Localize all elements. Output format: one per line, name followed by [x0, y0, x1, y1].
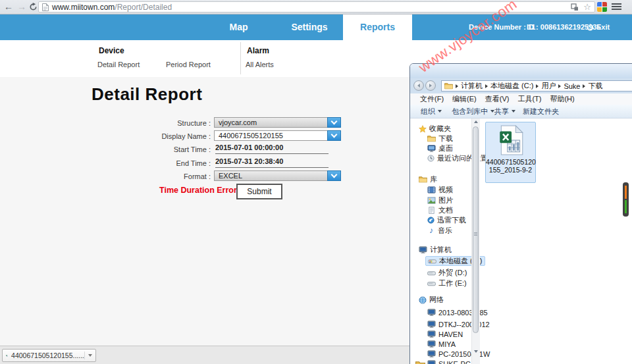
breadcrumb[interactable]: 计算机 本地磁盘 (C:) 用户 Suke 下载: [441, 80, 632, 91]
menu-tools[interactable]: 工具(T): [517, 94, 541, 104]
format-select[interactable]: EXCEL: [214, 170, 341, 181]
sidebar-item-network-pc[interactable]: HAVEN: [427, 329, 463, 339]
forward-icon[interactable]: →: [17, 0, 26, 14]
system-disk-icon: [428, 258, 436, 265]
submenu-divider: [240, 42, 241, 74]
network-icon: [419, 296, 427, 304]
page-action-icon[interactable]: [571, 3, 579, 11]
breadcrumb-users[interactable]: 用户: [541, 81, 556, 91]
display-name-select[interactable]: 4400671505120155: [214, 130, 341, 141]
reload-icon[interactable]: [29, 3, 38, 11]
bookmark-star-icon[interactable]: ☆: [583, 2, 591, 12]
scroll-up-icon[interactable]: [474, 120, 478, 123]
structure-select[interactable]: vjoycar.com: [214, 117, 341, 128]
sidebar-group-favorites[interactable]: 收藏夹: [419, 124, 451, 134]
disk-icon: [427, 270, 436, 276]
sidebar-item-pictures[interactable]: 图片: [427, 195, 453, 205]
scroll-down-icon[interactable]: [474, 350, 478, 353]
sidebar-item-videos[interactable]: 视频: [427, 185, 453, 195]
breadcrumb-computer[interactable]: 计算机: [461, 81, 483, 91]
new-folder-button[interactable]: 新建文件夹: [523, 105, 559, 118]
document-icon: [427, 207, 436, 214]
include-in-library-button[interactable]: 包含到库中: [452, 105, 494, 118]
sidebar-item-thunder-downloads[interactable]: 迅雷下载: [427, 215, 466, 225]
music-icon: ♪: [427, 227, 435, 234]
download-item-label: 4400671505120155......: [11, 351, 84, 359]
url-domain: www.miitown.com: [52, 3, 115, 12]
extension-icon[interactable]: [597, 2, 607, 12]
sidebar-item-documents[interactable]: 文档: [427, 205, 453, 215]
menu-view[interactable]: 查看(V): [485, 94, 510, 104]
breadcrumb-downloads[interactable]: 下载: [588, 81, 602, 91]
breadcrumb-disk-c[interactable]: 本地磁盘 (C:): [490, 81, 533, 91]
download-item[interactable]: 4400671505120155......: [2, 349, 96, 362]
sidebar-item-network-pc[interactable]: DTKJ--2007012: [427, 319, 490, 329]
share-button[interactable]: 共享: [494, 105, 515, 118]
submenu-detail-report[interactable]: Detail Report: [97, 61, 140, 68]
start-time-input[interactable]: 2015-07-01 00:00:00: [215, 143, 329, 154]
submenu-all-alerts[interactable]: All Alerts: [246, 61, 274, 68]
menu-edit[interactable]: 编辑(E): [452, 94, 477, 104]
screenshot-root: ← → www.miitown.com/Report/Detailed ☆ Ma…: [0, 0, 632, 364]
browser-toolbar: ← → www.miitown.com/Report/Detailed ☆: [0, 0, 632, 14]
chevron-down-icon: [331, 132, 338, 138]
sidebar-group-network[interactable]: 网络: [419, 295, 444, 305]
scrollbar-thumb[interactable]: [473, 126, 479, 333]
sidebar-item-network-pc[interactable]: MIYA: [427, 339, 456, 349]
explorer-title-bar[interactable]: [410, 64, 632, 78]
sidebar-scrollbar[interactable]: [471, 118, 480, 364]
structure-value: vjoycar.com: [219, 118, 257, 126]
back-icon[interactable]: ←: [4, 0, 13, 14]
sidebar-group-libraries[interactable]: 库: [419, 174, 437, 184]
explorer-address-row: 计算机 本地磁盘 (C:) 用户 Suke 下载: [410, 78, 632, 93]
scroll-indicator[interactable]: [623, 182, 629, 217]
arrow-right-icon: [429, 84, 432, 88]
download-item-menu[interactable]: [84, 351, 92, 359]
folder-icon: [427, 135, 436, 142]
time-duration-error: Time Duration Error: [159, 186, 237, 195]
end-time-label: End Time :: [99, 159, 211, 167]
disk-icon: [427, 280, 436, 287]
sidebar-item-desktop[interactable]: 桌面: [427, 143, 453, 153]
display-name-dropdown-button[interactable]: [327, 130, 341, 141]
sidebar-item-downloads[interactable]: 下载: [427, 134, 453, 143]
structure-dropdown-button[interactable]: [327, 117, 341, 128]
url-text[interactable]: www.miitown.com/Report/Detailed: [52, 3, 172, 12]
network-pc-icon: [427, 321, 436, 328]
arrow-left-icon: [417, 84, 420, 88]
sidebar-item-disk-d[interactable]: 外贸 (D:): [427, 268, 467, 278]
excel-file-icon: [498, 125, 523, 155]
sidebar-item-music[interactable]: ♪音乐: [427, 226, 452, 236]
submenu-period-report[interactable]: Period Report: [166, 61, 211, 68]
exit-button[interactable]: Exit: [587, 14, 610, 40]
tab-reports[interactable]: Reports: [343, 14, 412, 40]
computer-icon: [419, 246, 427, 253]
end-time-input[interactable]: 2015-07-31 20:38:40: [215, 157, 329, 168]
organize-button[interactable]: 组织: [421, 105, 442, 118]
sidebar-item-network-pc[interactable]: PC-20150421W: [427, 349, 490, 359]
exit-label: Exit: [596, 14, 610, 40]
folder-icon: [415, 361, 425, 364]
tab-settings[interactable]: Settings: [280, 14, 339, 40]
excel-file-icon: [6, 351, 8, 360]
submit-button[interactable]: Submit: [236, 184, 282, 199]
sidebar-item-network-pc[interactable]: SUKE-PC: [427, 359, 471, 364]
browser-menu-icon[interactable]: [612, 3, 621, 11]
breadcrumb-suke[interactable]: Suke: [564, 82, 580, 90]
breadcrumb-separator-icon: [583, 84, 585, 88]
app-navbar: Map Settings Reports Device Number : 11 …: [0, 14, 632, 40]
explorer-menu-bar: 文件(F) 编辑(E) 查看(V) 工具(T) 帮助(H): [410, 93, 632, 105]
format-dropdown-button[interactable]: [327, 170, 341, 181]
explorer-back-button[interactable]: [413, 80, 424, 91]
sidebar-group-computer[interactable]: 计算机: [419, 245, 452, 255]
explorer-forward-button[interactable]: [425, 80, 436, 91]
scroll-indicator-orange: [625, 186, 627, 199]
menu-help[interactable]: 帮助(H): [550, 94, 574, 104]
sidebar-item-disk-e[interactable]: 工作 (E:): [427, 278, 467, 288]
file-tile-selected[interactable]: 4400671505120 155_2015-9-2: [485, 122, 536, 183]
library-icon: [419, 176, 427, 183]
caret-down-icon: [88, 354, 92, 357]
menu-file[interactable]: 文件(F): [420, 94, 444, 104]
tab-map[interactable]: Map: [217, 14, 260, 40]
recent-icon: [427, 155, 434, 162]
